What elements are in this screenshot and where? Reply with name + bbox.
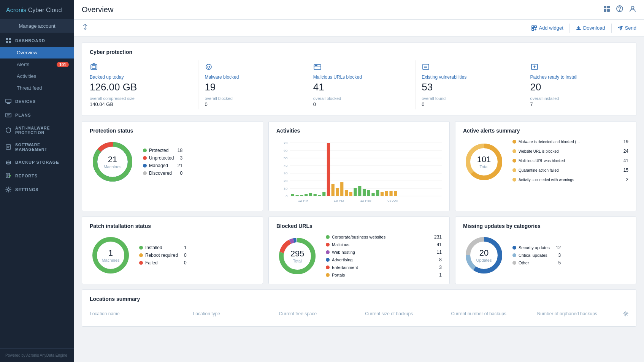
missing-updates-card: Missing updates by categories 20 Updat — [455, 217, 636, 284]
sidebar-item-settings[interactable]: SETTINGS — [0, 182, 74, 196]
svg-text:18 PM: 18 PM — [334, 199, 344, 202]
cyber-prot-malware: Malware blocked 19 overall blocked 0 — [198, 60, 303, 109]
protection-donut-value: 21 — [103, 155, 121, 164]
sidebar-item-reports[interactable]: REPORTS — [0, 168, 74, 182]
col-num-backups: Current number of backups — [451, 311, 537, 318]
alert-legend-1: Malware is detected and blocked (… 19 — [512, 139, 628, 144]
alert-label-5: Activity succeeded with warnings — [519, 178, 623, 182]
patch-label-failed: Failed — [145, 260, 158, 266]
missing-updates-title: Missing updates by categories — [463, 223, 628, 229]
sidebar-item-alerts[interactable]: Alerts 101 — [0, 58, 74, 70]
row2-grid: Patch installation status 1 Machines — [82, 217, 636, 284]
cyber-protection-grid: Backed up today 126.00 GB overall compre… — [90, 60, 628, 109]
alert-dot-3 — [512, 159, 516, 163]
malware-value: 19 — [205, 81, 303, 93]
patch-legend-failed: Failed 0 — [139, 260, 187, 266]
url-sub-label: overall blocked — [313, 96, 411, 101]
patch-status-card: Patch installation status 1 Machines — [82, 217, 263, 284]
download-button[interactable]: Download — [576, 25, 605, 31]
activities-card: Activities 0 10 — [268, 121, 450, 211]
alert-val-4: 15 — [623, 168, 628, 173]
svg-rect-23 — [607, 9, 610, 12]
legend-label-discovered: Discovered — [149, 171, 172, 176]
patch-dot-installed — [139, 246, 143, 250]
active-alerts-title: Active alerts summary — [463, 128, 628, 134]
backup-sub-value: 140.04 GB — [90, 101, 194, 107]
updates-donut-value: 20 — [476, 248, 492, 258]
sidebar-item-threat-feed[interactable]: Threat feed — [0, 82, 74, 94]
sidebar-item-dashboard[interactable]: DASHBOARD — [0, 33, 74, 47]
add-widget-button[interactable]: Add widget — [531, 25, 563, 31]
svg-rect-72 — [340, 182, 343, 196]
col-location-name: Location name — [90, 311, 193, 318]
sidebar-overview-label: Overview — [17, 50, 37, 55]
sidebar-item-anti-malware[interactable]: ANTI-MALWARE PROTECTION — [0, 121, 74, 138]
patch-legend-installed: Installed 1 — [139, 245, 187, 250]
patch-donut-label: Machines — [102, 258, 119, 262]
svg-rect-21 — [607, 6, 610, 8]
legend-protected: Protected 18 — [143, 148, 182, 153]
patch-val-installed: 1 — [180, 245, 187, 250]
url-legend-malicious: Malicious 41 — [326, 242, 442, 247]
locations-summary-card: Locations summary Location name Location… — [82, 289, 636, 327]
sidebar-item-backup[interactable]: BACKUP STORAGE — [0, 155, 74, 168]
sidebar-item-overview[interactable]: Overview — [0, 47, 74, 58]
legend-dot-discovered — [143, 171, 147, 175]
svg-rect-9 — [6, 145, 11, 149]
patch-label-reboot: Reboot required — [145, 253, 178, 258]
sidebar-item-software[interactable]: SOFTWARE MANAGEMENT — [0, 138, 74, 155]
legend-label-managed: Managed — [149, 163, 168, 168]
sidebar-label-settings: SETTINGS — [15, 187, 38, 192]
svg-text:60: 60 — [284, 149, 288, 152]
svg-point-25 — [619, 10, 620, 11]
svg-rect-83 — [389, 191, 392, 196]
svg-rect-29 — [532, 28, 534, 30]
sidebar-item-plans[interactable]: PLANS — [0, 107, 74, 121]
svg-rect-84 — [394, 191, 397, 196]
protection-status-title: Protection status — [90, 128, 255, 134]
svg-rect-4 — [6, 99, 11, 103]
activities-title: Activities — [276, 128, 442, 134]
url-legend-entertainment: Entertainment 3 — [326, 265, 442, 270]
patch-value: 20 — [530, 81, 628, 93]
help-icon[interactable] — [616, 5, 623, 14]
user-icon[interactable] — [629, 5, 636, 14]
updates-donut-label: Updates — [476, 258, 492, 262]
col-settings[interactable] — [623, 311, 628, 318]
sidebar-item-devices[interactable]: DEVICES — [0, 94, 74, 107]
patch-donut: 1 Machines — [90, 234, 132, 276]
blocked-urls-donut-value: 295 — [290, 249, 305, 259]
toolbar: Add widget Download Send — [74, 20, 644, 36]
grid-view-icon[interactable] — [603, 5, 611, 14]
svg-text:50: 50 — [284, 156, 288, 160]
blocked-urls-card: Blocked URLs — [268, 217, 450, 284]
cyber-protection-card: Cyber protection Backed up today 126.00 … — [82, 43, 636, 116]
locations-table-header: Location name Location type Current free… — [90, 307, 628, 320]
url-legend-advertising: Advertising 8 — [326, 257, 442, 262]
download-label: Download — [583, 25, 605, 31]
patch-sub-value: 7 — [530, 101, 628, 107]
svg-text:12 Feb: 12 Feb — [360, 199, 371, 202]
row1-grid: Protection status 21 — [82, 121, 636, 211]
blocked-urls-donut-label: Total — [290, 259, 305, 263]
sidebar-label-plans: PLANS — [15, 113, 31, 117]
updates-legend-security: Security updates 12 — [512, 245, 561, 250]
activities-chart: 0 10 20 30 40 50 60 70 — [276, 139, 442, 205]
svg-rect-68 — [322, 192, 325, 196]
alert-legend-2: Website URL is blocked 24 — [512, 149, 628, 154]
sidebar-item-activities[interactable]: Activities — [0, 70, 74, 82]
legend-val-discovered: 0 — [176, 171, 182, 176]
protection-donut: 21 Machines — [90, 139, 135, 185]
manage-account-button[interactable]: Manage account — [0, 19, 74, 33]
svg-rect-74 — [349, 192, 352, 196]
backup-value: 126.00 GB — [90, 81, 194, 93]
svg-rect-81 — [381, 192, 384, 196]
svg-rect-76 — [358, 186, 361, 196]
legend-val-unprotected: 3 — [176, 155, 182, 161]
send-button[interactable]: Send — [618, 25, 636, 31]
pin-icon[interactable] — [82, 24, 89, 32]
alerts-badge: 101 — [57, 62, 69, 67]
vuln-label: Existing vulnerabilities — [422, 74, 520, 80]
patch-val-reboot: 0 — [180, 253, 187, 258]
svg-rect-2 — [6, 41, 8, 43]
